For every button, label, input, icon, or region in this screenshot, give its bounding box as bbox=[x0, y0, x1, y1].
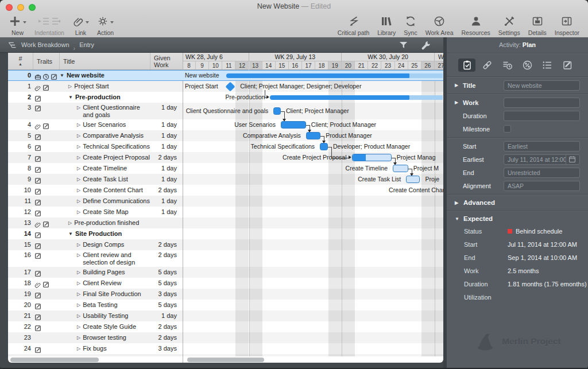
gantt-row[interactable] bbox=[183, 217, 443, 228]
disclosure-triangle[interactable]: ▷ bbox=[77, 176, 80, 183]
disclosure-triangle[interactable]: ▼ bbox=[68, 94, 73, 101]
gantt-row[interactable] bbox=[183, 300, 443, 310]
table-row[interactable]: 18▷Client Review5 days bbox=[8, 278, 183, 289]
column-header-number[interactable]: #▲ bbox=[8, 53, 33, 69]
table-row[interactable]: 19▷Final Site Production3 days bbox=[8, 289, 183, 300]
table-row[interactable]: 12▷Create Site Map1 day bbox=[8, 207, 183, 217]
disclosure-triangle[interactable]: ▷ bbox=[77, 334, 80, 341]
view-type-icon[interactable] bbox=[8, 41, 17, 49]
inspector-tab-utilization[interactable] bbox=[519, 59, 536, 72]
column-header-title[interactable]: Title bbox=[60, 53, 150, 69]
disclosure-triangle[interactable]: ▷ bbox=[77, 154, 80, 161]
toolbar-button-sync[interactable]: Sync bbox=[400, 14, 421, 37]
filter-icon[interactable] bbox=[399, 41, 408, 49]
end-input[interactable]: Unrestricted bbox=[504, 168, 580, 178]
table-row[interactable]: 13▷Pre-production finished bbox=[8, 217, 183, 228]
earliest-input[interactable]: July 11, 2014 at 12:00 AM bbox=[504, 154, 580, 165]
table-row[interactable]: 22▷Create Style Guide2 days bbox=[8, 321, 183, 332]
gantt-row[interactable] bbox=[183, 278, 443, 289]
gantt-row[interactable] bbox=[183, 174, 443, 185]
table-row[interactable]: 1▷Project Start bbox=[8, 81, 183, 92]
table-row[interactable]: 14▼Site Production bbox=[8, 228, 183, 239]
gantt-row[interactable] bbox=[183, 343, 443, 354]
inspector-tab-assignments[interactable] bbox=[498, 59, 516, 72]
toolbar-button-new[interactable]: New bbox=[5, 14, 30, 37]
disclosure-triangle[interactable]: ▷ bbox=[77, 208, 80, 216]
table-row[interactable]: 17▷Building Pages5 days bbox=[8, 267, 183, 278]
gantt-row[interactable] bbox=[183, 289, 443, 300]
gantt-bar-task[interactable] bbox=[281, 121, 306, 129]
table-row[interactable]: 16▷Client review and selection of design… bbox=[8, 250, 183, 267]
gantt-bar-task[interactable] bbox=[320, 143, 328, 150]
inspector-tab-notes[interactable] bbox=[559, 59, 577, 72]
gantt-row[interactable] bbox=[183, 321, 443, 332]
table-row[interactable]: 9▷Create Task List1 day bbox=[8, 174, 183, 185]
column-header-given-work[interactable]: Given Work bbox=[150, 53, 183, 69]
gantt-bar-summary[interactable] bbox=[226, 73, 409, 78]
gantt-bar-task[interactable] bbox=[393, 165, 408, 172]
gantt-row[interactable] bbox=[183, 267, 443, 278]
gantt-row[interactable] bbox=[183, 250, 443, 267]
calendar-icon[interactable] bbox=[566, 155, 576, 164]
column-header-traits[interactable]: Traits bbox=[33, 53, 60, 69]
disclosure-triangle[interactable]: ▷ bbox=[77, 323, 80, 331]
table-row[interactable]: 20▷Beta Testing5 days bbox=[8, 300, 183, 310]
gantt-bar-summary[interactable] bbox=[270, 95, 409, 100]
wrench-icon[interactable] bbox=[421, 40, 431, 50]
table-row[interactable]: 7▷Create Project Proposal2 days bbox=[8, 152, 183, 163]
toolbar-button-action[interactable]: Action bbox=[93, 14, 118, 37]
title-input[interactable]: New website bbox=[504, 80, 580, 91]
disclosure-triangle[interactable]: ▷ bbox=[77, 290, 80, 298]
table-row[interactable]: 23▷Browser testing2 days bbox=[8, 332, 183, 343]
disclosure-triangle[interactable]: ▷ bbox=[77, 143, 80, 150]
disclosure-triangle[interactable]: ▷ bbox=[77, 197, 80, 205]
toolbar-button-details[interactable]: Details bbox=[524, 14, 551, 37]
disclosure-triangle[interactable]: ▷ bbox=[77, 121, 80, 129]
gantt-row[interactable] bbox=[183, 310, 443, 321]
inspector-tab-links[interactable] bbox=[478, 59, 496, 72]
table-row[interactable]: 8▷Create Timeline1 day bbox=[8, 163, 183, 174]
gantt-row[interactable] bbox=[183, 196, 443, 207]
disclosure-triangle[interactable]: ▷ bbox=[77, 165, 80, 172]
gantt-bar-task[interactable] bbox=[306, 132, 320, 139]
gantt-row[interactable] bbox=[183, 332, 443, 343]
disclosure-triangle[interactable]: ▷ bbox=[77, 269, 80, 276]
table-row[interactable]: 2▼Pre-production bbox=[8, 92, 183, 103]
table-row[interactable]: 24▷Fix bugs3 days bbox=[8, 343, 183, 354]
inspector-tab-plan[interactable] bbox=[458, 59, 475, 72]
disclosure-triangle[interactable]: ▼ bbox=[60, 72, 64, 79]
gantt-bar-task[interactable] bbox=[406, 176, 420, 183]
gantt-bar-task[interactable] bbox=[352, 154, 392, 161]
disclosure-triangle[interactable]: ▷ bbox=[68, 219, 72, 227]
table-row[interactable]: 6▷Technical Specifications1 day bbox=[8, 141, 183, 152]
table-row[interactable]: 0▼New website bbox=[8, 70, 183, 81]
table-horizontal-scrollbar[interactable] bbox=[10, 358, 99, 362]
disclosure-triangle[interactable]: ▼ bbox=[68, 230, 73, 238]
toolbar-button-resources[interactable]: Resources bbox=[458, 14, 494, 37]
gantt-row[interactable] bbox=[183, 207, 443, 217]
start-input[interactable]: Earliest bbox=[504, 141, 580, 152]
inspector-tab-attributes[interactable] bbox=[539, 59, 556, 72]
disclosure-triangle[interactable]: ▷ bbox=[77, 279, 80, 287]
disclosure-triangle[interactable]: ▷ bbox=[68, 83, 72, 90]
disclosure-triangle[interactable]: ▷ bbox=[77, 104, 80, 119]
gantt-row[interactable] bbox=[183, 239, 443, 250]
disclosure-triangle[interactable]: ▷ bbox=[77, 345, 80, 352]
gantt-row[interactable] bbox=[183, 228, 443, 239]
toolbar-button-link[interactable]: Link bbox=[68, 14, 93, 37]
toolbar-button-settings[interactable]: Settings bbox=[494, 14, 524, 37]
table-row[interactable]: 4▷User Scenarios1 day bbox=[8, 119, 183, 130]
work-input[interactable] bbox=[504, 98, 580, 108]
disclosure-triangle[interactable]: ▷ bbox=[77, 312, 80, 320]
breadcrumb-work-breakdown[interactable]: Work Breakdown bbox=[21, 41, 69, 48]
disclosure-triangle[interactable]: ▷ bbox=[77, 132, 80, 139]
disclosure-triangle[interactable]: ▶ bbox=[455, 100, 460, 105]
gantt-bar-task[interactable] bbox=[273, 107, 281, 115]
table-row[interactable]: 10▷Create Content Chart2 days bbox=[8, 185, 183, 196]
disclosure-triangle[interactable]: ▷ bbox=[77, 251, 80, 266]
breadcrumb-entry[interactable]: Entry bbox=[79, 41, 94, 48]
toolbar-button-inspector[interactable]: Inspector bbox=[551, 14, 583, 37]
toolbar-button-critical[interactable]: Critical path bbox=[334, 14, 373, 37]
toolbar-button-workarea[interactable]: Work Area bbox=[421, 14, 458, 37]
table-row[interactable]: 21▷Usability Testing1 day bbox=[8, 310, 183, 321]
